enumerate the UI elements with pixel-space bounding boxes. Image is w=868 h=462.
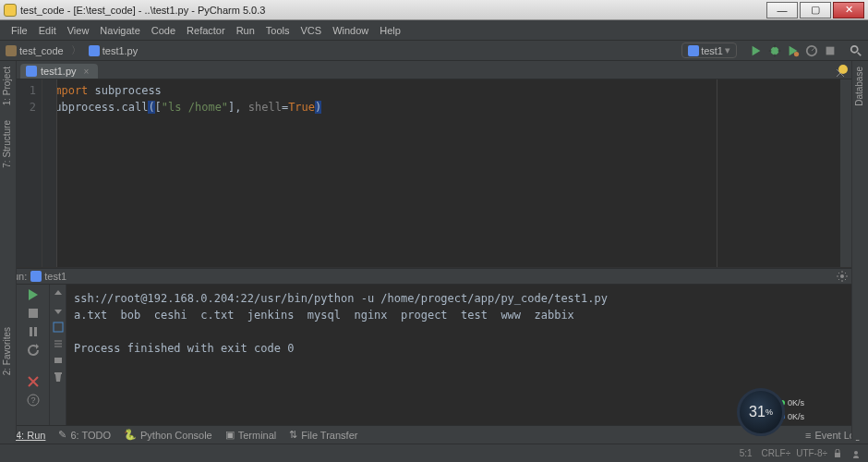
tool-structure[interactable]: 7: Structure — [0, 115, 14, 174]
code-text: , — [235, 101, 247, 114]
console-output[interactable]: ssh://root@192.168.0.204:22/usr/bin/pyth… — [66, 285, 851, 425]
speed-unit: % — [766, 407, 773, 417]
trash-icon[interactable] — [53, 371, 64, 383]
tab-label: test1.py — [41, 66, 77, 77]
folder-icon — [6, 45, 17, 56]
tab-run-label: 4: Run — [16, 430, 45, 441]
tab-file-transfer[interactable]: ⇅ File Transfer — [289, 429, 357, 441]
python-file-icon — [26, 66, 37, 77]
run-button[interactable] — [750, 44, 763, 57]
svg-point-1 — [794, 51, 799, 55]
coverage-button[interactable] — [787, 44, 800, 57]
caret-position[interactable]: 5:1 — [740, 448, 753, 458]
menu-code[interactable]: Code — [146, 23, 181, 38]
find-action-button[interactable] — [850, 44, 862, 57]
tool-database[interactable]: Database — [852, 61, 866, 112]
svg-point-4 — [851, 45, 858, 52]
run-tool-window: ? ssh://root@192.168.0.204:22/usr/bin/py… — [17, 285, 851, 425]
pycharm-app-icon — [4, 4, 17, 17]
tab-python-console[interactable]: 🐍 Python Console — [124, 429, 212, 441]
python-file-icon — [688, 45, 699, 56]
editor[interactable]: 1 2 import subprocess subprocess.call(["… — [17, 79, 851, 268]
breadcrumb-project-label: test_code — [19, 45, 64, 56]
string-literal: "ls /home" — [162, 101, 228, 114]
window-minimize-button[interactable]: — — [766, 2, 798, 18]
pause-icon[interactable] — [27, 325, 40, 338]
os-titlebar: test_code - [E:\test_code] - ..\test1.py… — [0, 0, 868, 20]
restart-icon[interactable] — [27, 344, 40, 357]
scroll-to-end-icon[interactable] — [53, 338, 64, 349]
gear-icon[interactable] — [837, 271, 848, 282]
line-separator[interactable]: CRLF÷ — [762, 448, 791, 458]
line-number: 2 — [17, 99, 36, 116]
svg-point-15 — [854, 451, 858, 455]
console-line: ssh://root@192.168.0.204:22/usr/bin/pyth… — [74, 292, 608, 305]
svg-rect-7 — [30, 327, 32, 336]
editor-content[interactable]: import subprocess subprocess.call(["ls /… — [42, 79, 717, 267]
menu-refactor[interactable]: Refactor — [181, 23, 231, 38]
debug-button[interactable] — [768, 44, 781, 57]
menu-window[interactable]: Window — [327, 23, 374, 38]
up-icon[interactable] — [53, 288, 64, 299]
menu-run[interactable]: Run — [231, 23, 260, 38]
window-maximize-button[interactable]: ▢ — [800, 2, 831, 18]
print-icon[interactable] — [53, 355, 64, 366]
editor-margin — [42, 79, 57, 267]
window-close-button[interactable]: ✕ — [833, 2, 864, 18]
menu-navigate[interactable]: Navigate — [94, 23, 145, 38]
python-file-icon — [89, 45, 100, 56]
editor-scrollbar[interactable] — [840, 79, 851, 267]
stop-button[interactable] — [824, 44, 837, 57]
menu-vcs[interactable]: VCS — [295, 23, 328, 38]
download-speed: 0K/s — [788, 412, 804, 421]
network-speed-overlay[interactable]: 31% — [737, 388, 785, 436]
tool-favorites[interactable]: 2: Favorites — [0, 322, 14, 381]
breadcrumb-project[interactable]: test_code — [6, 45, 64, 56]
hector-icon[interactable] — [851, 449, 861, 458]
svg-rect-8 — [34, 327, 37, 336]
tab-todo[interactable]: ✎ 6: TODO — [58, 429, 111, 441]
tab-test1[interactable]: test1.py × — [20, 64, 98, 79]
code-text: subprocess.call — [48, 101, 148, 114]
chevron-right-icon: 〉 — [71, 43, 81, 57]
stop-icon[interactable] — [27, 307, 40, 320]
close-icon[interactable] — [27, 375, 40, 388]
close-tab-icon[interactable]: × — [84, 67, 90, 77]
menu-view[interactable]: View — [62, 23, 95, 38]
svg-point-5 — [840, 274, 844, 278]
breadcrumb-file[interactable]: test1.py — [89, 45, 139, 56]
menu-help[interactable]: Help — [374, 23, 406, 38]
profile-button[interactable] — [805, 44, 818, 57]
bottom-tool-tabs: 4: Run ✎ 6: TODO 🐍 Python Console ▣ Term… — [0, 425, 868, 444]
main-menu: File Edit View Navigate Code Refactor Ru… — [0, 20, 868, 41]
nav-toolbar: test_code 〉 test1.py test1 ▾ — [0, 41, 868, 61]
svg-rect-14 — [835, 453, 840, 457]
run-side-toolbar: ? — [17, 285, 50, 425]
tab-ft-label: File Transfer — [301, 430, 357, 441]
soft-wrap-icon[interactable] — [53, 322, 64, 333]
console-line: a.txt bob ceshi c.txt jenkins mysql ngin… — [74, 309, 574, 322]
menu-tools[interactable]: Tools — [260, 23, 295, 38]
menu-edit[interactable]: Edit — [33, 23, 62, 38]
svg-rect-11 — [54, 322, 63, 332]
chevron-down-icon: ▾ — [725, 44, 730, 56]
svg-rect-6 — [29, 309, 38, 318]
run-header-target: test1 — [44, 271, 66, 282]
lock-icon[interactable] — [833, 449, 842, 458]
file-encoding[interactable]: UTF-8÷ — [796, 448, 827, 458]
tab-terminal[interactable]: ▣ Terminal — [225, 429, 277, 441]
help-icon[interactable]: ? — [27, 394, 40, 407]
tab-terminal-label: Terminal — [238, 430, 277, 441]
rerun-icon[interactable] — [27, 288, 40, 301]
console-line: Process finished with exit code 0 — [74, 342, 294, 355]
menu-file[interactable]: File — [6, 23, 33, 38]
run-config-selector[interactable]: test1 ▾ — [681, 43, 737, 58]
down-icon[interactable] — [53, 305, 64, 316]
network-speed-readout: 0K/s 0K/s — [779, 394, 818, 434]
run-tool-header: Run: test1 — [0, 268, 868, 285]
line-number: 1 — [17, 82, 36, 99]
paren: ( — [148, 101, 154, 114]
tool-project[interactable]: 1: Project — [0, 61, 14, 111]
right-tool-stripe: Database — [851, 61, 868, 440]
intention-bulb-icon[interactable] — [838, 65, 848, 74]
